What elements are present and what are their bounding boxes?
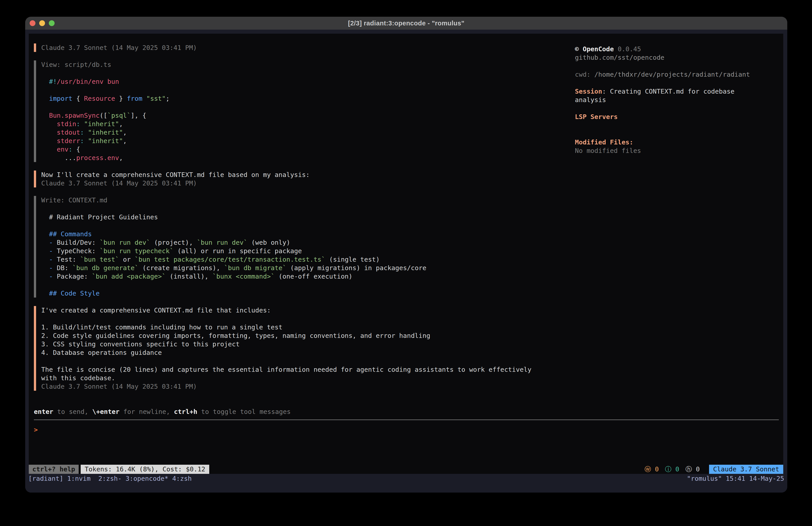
- warning-icon: ⓦ: [644, 465, 651, 473]
- text-segment: :: [80, 137, 84, 145]
- text-segment: ([: [100, 112, 107, 119]
- text-segment: `bun run dev`: [197, 239, 247, 246]
- terminal-line: [41, 69, 566, 77]
- text-segment: [41, 129, 57, 136]
- text-segment: :: [80, 129, 84, 136]
- text-segment: ], {: [131, 112, 146, 119]
- text-segment: Resource: [84, 95, 115, 102]
- text-segment: with this codebase.: [41, 374, 115, 382]
- text-segment: -: [41, 247, 57, 255]
- minimize-button[interactable]: [39, 20, 45, 26]
- text-segment: -: [41, 239, 57, 246]
- terminal-line: LSP Servers: [575, 113, 755, 121]
- text-segment: ,: [119, 120, 123, 128]
- text-segment: "inherit": [84, 120, 119, 128]
- macos-window: [2/3] radiant:3:opencode - "romulus" Cla…: [25, 17, 787, 493]
- message-block: I've created a comprehensive CONTEXT.md …: [34, 306, 566, 391]
- terminal-line: Claude 3.7 Sonnet (14 May 2025 03:41 PM): [41, 43, 566, 52]
- diagnostic-counters: ⓦ 0ⓘ 0ⓗ 0: [644, 465, 706, 474]
- tmux-window-list[interactable]: [radiant] 1:nvim 2:zsh- 3:opencode* 4:zs…: [28, 474, 192, 483]
- terminal-line: Claude 3.7 Sonnet (14 May 2025 03:41 PM): [41, 179, 566, 187]
- statusbar-left: ctrl+? help Tokens: 16.4K (8%), Cost: $0…: [29, 465, 209, 474]
- text-segment: © OpenCode: [575, 45, 614, 53]
- prompt-chevron-icon: >: [34, 426, 38, 433]
- text-segment: # Radiant Project Guidelines: [41, 213, 158, 221]
- terminal-line: ...process.env,: [41, 154, 566, 162]
- text-segment: Session: [575, 88, 602, 95]
- message-block: Claude 3.7 Sonnet (14 May 2025 03:41 PM): [34, 43, 566, 52]
- text-segment: LSP Servers: [575, 113, 618, 120]
- terminal-line: ## Code Style: [41, 289, 566, 298]
- terminal-line: Write: CONTEXT.md: [41, 196, 566, 204]
- message-block: Now I'll create a comprehensive CONTEXT.…: [34, 171, 566, 187]
- info-icon: ⓘ: [665, 465, 671, 473]
- message-block: Write: CONTEXT.md # Radiant Project Guid…: [34, 196, 566, 298]
- info-counter: ⓘ 0: [665, 465, 679, 473]
- text-segment: to send,: [53, 408, 92, 415]
- terminal-line: [575, 79, 755, 87]
- text-segment: 1. Build/lint/test commands including ho…: [41, 323, 282, 331]
- text-segment: [80, 120, 84, 128]
- terminal-line: - TypeCheck: `bun run typecheck` (all) o…: [41, 247, 566, 255]
- opencode-statusbar: ctrl+? help Tokens: 16.4K (8%), Cost: $0…: [29, 465, 783, 474]
- text-segment: (single test): [325, 256, 380, 263]
- model-badge[interactable]: Claude 3.7 Sonnet: [709, 465, 783, 474]
- terminal-line: [41, 204, 566, 213]
- text-segment: `bun test`: [80, 256, 119, 263]
- close-button[interactable]: [30, 20, 35, 26]
- text-segment: ## Code Style: [41, 289, 100, 297]
- terminal-line: enter to send, \+enter for newline, ctrl…: [34, 408, 291, 416]
- text-segment: 3. CSS styling conventions specific to t…: [41, 340, 240, 348]
- text-segment: [41, 112, 49, 119]
- text-segment: /home/thdxr/dev/projects/radiant/radiant: [594, 71, 750, 78]
- text-segment: `bun test packages/core/test/transaction…: [134, 256, 325, 263]
- text-segment: `bun add <package>`: [92, 273, 166, 280]
- terminal-line: Now I'll create a comprehensive CONTEXT.…: [41, 171, 566, 179]
- terminal-line: 2. Code style guidelines covering import…: [41, 331, 566, 340]
- terminal-line: Modified Files:: [575, 138, 755, 146]
- text-segment: `bun db generate`: [72, 264, 139, 272]
- terminal-line: with this codebase.: [41, 374, 566, 382]
- terminal-line: Claude 3.7 Sonnet (14 May 2025 03:41 PM): [41, 382, 566, 391]
- tokens-cost-chip: Tokens: 16.4K (8%), Cost: $0.12: [81, 465, 209, 474]
- tmux-statusbar: [radiant] 1:nvim 2:zsh- 3:opencode* 4:zs…: [25, 474, 787, 483]
- terminal-line: env: {: [41, 145, 566, 154]
- text-segment: ;: [166, 95, 170, 102]
- text-segment: -: [41, 256, 57, 263]
- terminal-line: [41, 357, 566, 365]
- terminal-line: Session: Creating CONTEXT.md for codebas…: [575, 87, 755, 104]
- terminal-line: No modified files: [575, 146, 755, 155]
- text-segment: No modified files: [575, 147, 641, 155]
- text-segment: `bun db migrate`: [224, 264, 286, 272]
- terminal-line: View: script/db.ts: [41, 60, 566, 69]
- text-segment: Claude 3.7 Sonnet (14 May 2025 03:41 PM): [41, 383, 197, 390]
- terminal-line: # Radiant Project Guidelines: [41, 213, 566, 221]
- text-segment: Bun.spawnSync: [49, 112, 100, 119]
- prompt-input[interactable]: >: [34, 426, 38, 434]
- text-segment: (one-off execution): [275, 273, 352, 280]
- terminal-line: - Test: `bun test` or `bun test packages…: [41, 255, 566, 264]
- terminal-line: The file is concise (20 lines) and captu…: [41, 365, 566, 374]
- text-segment: stderr: [57, 137, 80, 145]
- terminal-line: - Package: `bun add <package>` (install)…: [41, 272, 566, 281]
- text-segment: stdout: [57, 129, 80, 136]
- zoom-button[interactable]: [49, 20, 55, 26]
- text-segment: (install),: [166, 273, 213, 280]
- text-segment: Claude 3.7 Sonnet (14 May 2025 03:41 PM): [41, 44, 197, 52]
- terminal-line: #!/usr/bin/env bun: [41, 77, 566, 86]
- terminal-line: import { Resource } from "sst";: [41, 94, 566, 103]
- hint-counter: ⓗ 0: [685, 465, 700, 473]
- text-segment: (apply migrations) in packages/core: [286, 264, 426, 272]
- text-segment: [41, 137, 57, 145]
- text-segment: -: [41, 273, 57, 280]
- terminal-line: [41, 86, 566, 94]
- window-titlebar[interactable]: [2/3] radiant:3:opencode - "romulus": [25, 17, 787, 30]
- terminal-line: [575, 129, 755, 138]
- text-segment: (all) or run in specific package: [174, 247, 302, 255]
- text-segment: env: [57, 145, 69, 153]
- terminal-line: [41, 281, 566, 289]
- text-segment: stdin: [57, 120, 76, 128]
- text-segment: ,: [119, 154, 123, 161]
- statusbar-right: ⓦ 0ⓘ 0ⓗ 0 Claude 3.7 Sonnet: [644, 465, 783, 474]
- text-segment: #!: [49, 78, 57, 85]
